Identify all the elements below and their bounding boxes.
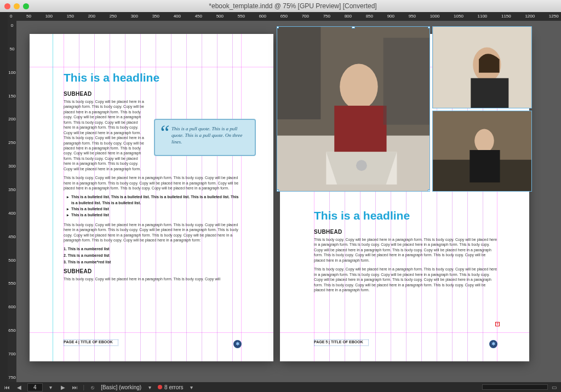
svg-point-7 — [356, 160, 367, 171]
zoom-icon[interactable] — [23, 3, 29, 9]
svg-rect-12 — [471, 78, 508, 108]
body-text: This is body copy. Copy will be placed h… — [64, 99, 146, 171]
list-item: This is a bulleted list — [67, 212, 242, 218]
text-frame[interactable]: This is a headline SUBHEAD This is body … — [64, 71, 242, 285]
prev-page-button[interactable]: ◀ — [15, 384, 23, 390]
image-frame-main[interactable] — [277, 26, 430, 192]
list-item: 3. This is a numbe*red list — [64, 260, 242, 264]
tool-ribbon — [0, 12, 8, 382]
subhead: SUBHEAD — [64, 91, 242, 97]
preflight-profile[interactable]: [Basic] (working) — [101, 384, 141, 390]
footer-badge-icon[interactable] — [233, 340, 242, 348]
preflight-errors[interactable]: 8 errors — [158, 384, 183, 390]
body-text: This is body copy. Copy will be placed h… — [64, 175, 242, 191]
error-dot-icon — [158, 385, 162, 389]
text-frame[interactable]: This is a headline SUBHEAD This is body … — [314, 209, 497, 296]
svg-point-2 — [340, 64, 378, 109]
body-text: This is body copy. Copy will be placed h… — [314, 267, 497, 292]
quote-icon: “ — [158, 119, 170, 147]
open-panel-icon[interactable]: ⎋ — [89, 384, 96, 390]
last-page-button[interactable]: ⏭ — [71, 384, 79, 390]
page-footer: PAGE 4 | TITLE OF EBOOK — [64, 340, 113, 344]
chevron-down-icon[interactable]: ▾ — [188, 384, 196, 390]
view-mode-icon[interactable]: ▭ — [550, 384, 558, 390]
svg-rect-16 — [470, 150, 500, 182]
page-4[interactable]: This is a headline SUBHEAD This is body … — [30, 34, 273, 361]
body-text: This is body copy. Copy will be placed h… — [64, 222, 242, 243]
status-bar: ⏮ ◀ 4 ▾ ▶ ⏭ | ⎋ [Basic] (working) ▾ 8 er… — [0, 382, 561, 392]
next-page-button[interactable]: ▶ — [59, 384, 67, 390]
horizontal-scrollbar[interactable] — [482, 384, 548, 390]
page-spread: This is a headline SUBHEAD This is body … — [30, 34, 529, 361]
chevron-down-icon[interactable]: ▾ — [146, 384, 153, 390]
page-dropdown-icon[interactable]: ▾ — [47, 384, 55, 390]
pull-quote-text: This is a pull quote. This is a pull quo… — [171, 126, 242, 145]
page-number-field[interactable]: 4 — [27, 383, 43, 391]
headline: This is a headline — [314, 209, 497, 222]
first-page-button[interactable]: ⏮ — [3, 384, 11, 390]
svg-rect-9 — [383, 38, 430, 125]
traffic-lights — [4, 3, 29, 9]
image-frame-top-right[interactable] — [432, 26, 532, 108]
page-5[interactable]: This is a headline SUBHEAD This is body … — [280, 34, 529, 361]
list-item: This is a bulleted list. This is a bulle… — [67, 194, 242, 206]
document-canvas[interactable]: This is a headline SUBHEAD This is body … — [16, 21, 561, 382]
list-item: 2. This is a numbered list — [64, 253, 242, 257]
numbered-list: 1. This is a numbered list2. This is a n… — [64, 247, 242, 264]
subhead: SUBHEAD — [64, 268, 242, 274]
subhead: SUBHEAD — [314, 229, 497, 235]
svg-point-15 — [474, 129, 494, 153]
window-title: *ebook_template.indd @ 75% [GPU Preview]… — [209, 2, 376, 10]
mac-titlebar: *ebook_template.indd @ 75% [GPU Preview]… — [0, 0, 561, 12]
overset-indicator-icon[interactable]: + — [495, 322, 500, 326]
image-frame-bottom-right[interactable] — [432, 111, 532, 192]
ruler-vertical[interactable]: 0501001502002503003504004505005506006507… — [8, 21, 16, 382]
list-item: 1. This is a numbered list — [64, 247, 242, 251]
list-item: This is a bulleted list — [67, 206, 242, 212]
footer-badge-icon[interactable] — [489, 340, 497, 348]
bulleted-list: This is a bulleted list. This is a bulle… — [67, 194, 242, 218]
body-text: This is body copy. Copy will be placed h… — [64, 276, 242, 281]
headline: This is a headline — [64, 71, 242, 84]
page-footer: PAGE 5 | TITLE OF EBOOK — [314, 340, 363, 344]
svg-rect-8 — [277, 27, 320, 119]
body-text: This is body copy. Copy will be placed h… — [314, 237, 497, 263]
ruler-horizontal[interactable]: 0501001502002503003504004505005506006507… — [8, 12, 561, 21]
minimize-icon[interactable] — [14, 3, 20, 9]
pull-quote[interactable]: “ This is a pull quote. This is a pull q… — [154, 119, 256, 156]
close-icon[interactable] — [4, 3, 10, 9]
